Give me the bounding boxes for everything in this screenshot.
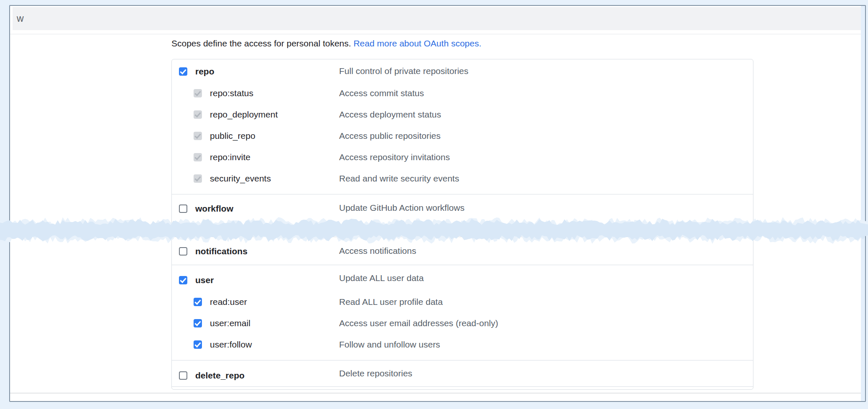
checkbox-repo-deployment [194,110,202,119]
scope-group-notifications: notificationsAccess notifications [172,237,753,265]
scope-row-repo: repoFull control of private repositories [172,59,753,82]
window-right-gutter [861,6,865,401]
scope-row-public-repo: public_repoAccess public repositories [172,125,753,146]
scopes-intro: Scopes define the access for personal to… [171,38,755,49]
scope-group-workflow: workflowUpdate GitHub Action workflows [172,194,753,221]
scope-row-user-follow: user:followFollow and unfollow users [172,334,753,355]
scope-description-security-events: Read and write security events [339,173,459,184]
scope-row-repo-status: repo:statusAccess commit status [172,82,753,104]
scope-row-notifications: notificationsAccess notifications [172,237,753,265]
scope-label-notifications: notifications [195,245,248,257]
checkbox-public-repo [194,132,202,140]
scope-description-user-email: Access user email addresses (read-only) [339,317,498,329]
scope-label-delete-repo: delete_repo [195,370,245,381]
scope-group-delete-repo: delete_repoDelete repositories [172,360,753,386]
checkbox-security-events [194,174,202,183]
scope-row-security-events: security_eventsRead and write security e… [172,168,753,189]
checkbox-repo-status [194,89,202,97]
scope-label-user-email: user:email [210,317,250,329]
checkbox-user[interactable] [179,276,187,284]
scope-description-repo-invite: Access repository invitations [339,151,450,163]
browser-toolbar[interactable]: w [13,7,861,30]
scope-row-user: userUpdate ALL user data [172,265,753,291]
scope-label-repo-invite: repo:invite [210,151,250,163]
scope-group-clipped [172,386,753,389]
checkbox-delete-repo[interactable] [179,371,187,380]
torn-gap-spacer [172,221,753,237]
scope-row-repo-deployment: repo_deploymentAccess deployment status [172,104,753,125]
toolbar-divider [10,34,861,34]
scope-row-read-user: read:userRead ALL user profile data [172,291,753,312]
scope-description-delete-repo: Delete repositories [339,368,412,379]
scope-label-repo: repo [195,66,214,77]
scope-label-read-user: read:user [210,296,247,308]
scope-label-user: user [195,274,214,286]
scope-group-repo: repoFull control of private repositories… [172,59,753,194]
scope-description-public-repo: Access public repositories [339,130,441,142]
checkbox-workflow[interactable] [179,204,187,213]
scope-description-repo-deployment: Access deployment status [339,109,441,120]
scope-description-user-follow: Follow and unfollow users [339,339,440,350]
checkbox-user-follow[interactable] [194,340,202,349]
scopes-intro-text: Scopes define the access for personal to… [171,38,353,48]
scope-row-workflow: workflowUpdate GitHub Action workflows [172,194,753,221]
checkbox-read-user[interactable] [194,298,202,306]
scope-description-workflow: Update GitHub Action workflows [339,202,465,214]
checkbox-repo[interactable] [179,67,187,76]
scope-description-read-user: Read ALL user profile data [339,296,443,308]
scope-description-repo-status: Access commit status [339,87,424,99]
checkbox-user-email[interactable] [194,319,202,327]
scope-description-user: Update ALL user data [339,272,424,284]
scope-label-user-follow: user:follow [210,339,252,350]
token-scopes-page: Scopes define the access for personal to… [171,38,755,390]
toolbar-text: w [17,13,24,24]
checkbox-notifications[interactable] [179,247,187,256]
scope-row-user-email: user:emailAccess user email addresses (r… [172,312,753,334]
scope-label-public-repo: public_repo [210,130,255,142]
scope-row-delete-repo: delete_repoDelete repositories [172,360,753,386]
scope-label-workflow: workflow [195,203,233,215]
scope-description-repo: Full control of private repositories [339,65,468,77]
scope-label-repo-status: repo:status [210,87,253,99]
scope-group-user: userUpdate ALL user dataread:userRead AL… [172,265,753,360]
oauth-scopes-link[interactable]: Read more about OAuth scopes. [353,38,481,48]
checkbox-repo-invite [194,153,202,161]
content-cut-line [10,393,861,394]
scope-label-security-events: security_events [210,173,271,184]
browser-window: w Scopes define the access for personal … [9,5,866,402]
scope-row-repo-invite: repo:inviteAccess repository invitations [172,146,753,168]
scope-description-notifications: Access notifications [339,245,416,257]
scope-label-repo-deployment: repo_deployment [210,109,278,120]
scopes-card: repoFull control of private repositories… [171,59,753,390]
